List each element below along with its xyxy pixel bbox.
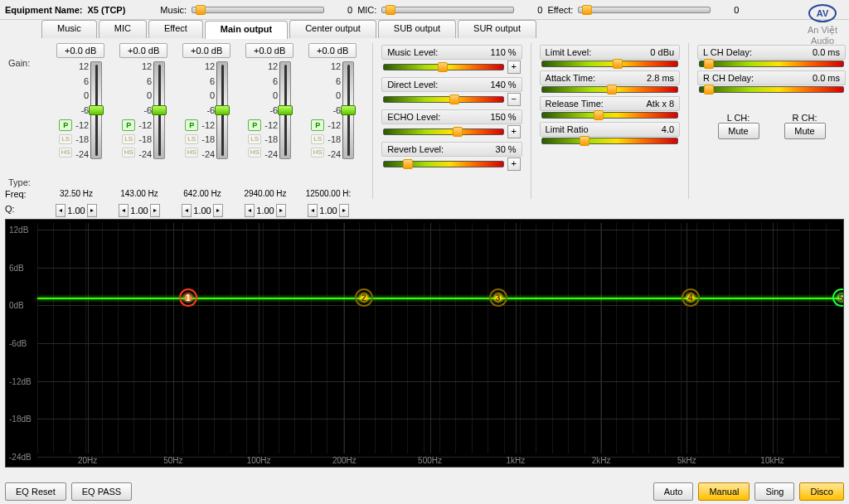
equipment-name-value: X5 (TCP) xyxy=(88,5,126,15)
gain-slider[interactable] xyxy=(153,61,165,159)
tab-mic[interactable]: MIC xyxy=(99,20,147,38)
param-slider[interactable] xyxy=(383,161,504,167)
param-slider[interactable] xyxy=(541,61,679,67)
gain-value[interactable]: +0.0 dB xyxy=(245,43,294,58)
eq-pass-button[interactable]: EQ PASS xyxy=(71,482,132,501)
q-inc-button[interactable]: ▸ xyxy=(213,204,223,217)
gain-slider[interactable] xyxy=(279,61,291,159)
param-slider[interactable] xyxy=(541,112,679,119)
gain-slider[interactable] xyxy=(216,61,228,159)
type-highshelf-button[interactable]: HS xyxy=(311,148,324,158)
param-slider[interactable] xyxy=(541,138,679,144)
param-slider[interactable] xyxy=(699,86,844,93)
type-lowshelf-button[interactable]: LS xyxy=(185,134,198,144)
gain-value[interactable]: +0.0 dB xyxy=(182,43,230,58)
r-ch-mute-button[interactable]: Mute xyxy=(784,123,826,139)
type-lowshelf-button[interactable]: LS xyxy=(59,134,72,144)
q-dec-button[interactable]: ◂ xyxy=(245,204,255,217)
svg-text:AV: AV xyxy=(817,8,829,18)
tab-sur-output[interactable]: SUR output xyxy=(458,20,536,38)
mode-disco-button[interactable]: Disco xyxy=(799,482,844,501)
l-ch-mute-button[interactable]: Mute xyxy=(718,123,759,139)
q-value[interactable]: 1.00 xyxy=(256,206,274,216)
gain-slider[interactable] xyxy=(342,61,354,159)
mic-label: MIC: xyxy=(357,5,376,15)
param-step-button[interactable]: + xyxy=(507,158,521,171)
effect-slider[interactable] xyxy=(578,7,711,13)
gain-value[interactable]: +0.0 dB xyxy=(308,43,357,58)
freq-value-4[interactable]: 2940.00 Hz xyxy=(234,189,297,199)
eq-reset-button[interactable]: EQ Reset xyxy=(5,482,66,501)
type-peak-button[interactable]: P xyxy=(248,119,261,131)
q-inc-button[interactable]: ▸ xyxy=(339,204,349,217)
q-inc-button[interactable]: ▸ xyxy=(276,204,286,217)
type-peak-button[interactable]: P xyxy=(311,119,324,131)
freq-value-2[interactable]: 143.00 Hz xyxy=(108,189,171,199)
freq-value-3[interactable]: 642.00 Hz xyxy=(171,189,234,199)
mode-manual-button[interactable]: Manual xyxy=(698,482,750,501)
eq-node-2[interactable]: 2 xyxy=(355,288,373,307)
tab-main-output[interactable]: Main output xyxy=(205,21,288,39)
q-cell-4: ◂1.00▸ xyxy=(234,204,297,217)
eq-graph[interactable]: 12dB6dB0dB-6dB-12dB-18dB-24dB20Hz50Hz100… xyxy=(5,219,844,468)
type-highshelf-button[interactable]: HS xyxy=(248,148,261,158)
y-tick-label: -18dB xyxy=(9,414,32,424)
param-step-button[interactable]: − xyxy=(507,93,521,106)
q-value[interactable]: 1.00 xyxy=(130,206,148,216)
eq-node-5[interactable]: 5 xyxy=(832,288,844,307)
type-peak-button[interactable]: P xyxy=(122,119,135,131)
music-slider[interactable] xyxy=(192,7,324,13)
param-name: Limit Ratio xyxy=(546,124,589,134)
gain-value[interactable]: +0.0 dB xyxy=(56,43,104,58)
param-slider[interactable] xyxy=(541,86,679,93)
q-cell-3: ◂1.00▸ xyxy=(171,204,234,217)
eq-node-1[interactable]: 1 xyxy=(179,288,197,307)
type-peak-button[interactable]: P xyxy=(185,119,198,131)
freq-value-1[interactable]: 32.50 Hz xyxy=(45,189,108,199)
q-dec-button[interactable]: ◂ xyxy=(56,204,65,217)
mic-slider[interactable] xyxy=(381,7,514,13)
gain-slider[interactable] xyxy=(90,61,102,159)
mode-auto-button[interactable]: Auto xyxy=(653,482,694,501)
type-peak-button[interactable]: P xyxy=(59,119,72,131)
type-highshelf-button[interactable]: HS xyxy=(185,148,198,158)
param-name: L CH Delay: xyxy=(703,47,752,57)
q-inc-button[interactable]: ▸ xyxy=(87,204,97,217)
gain-value[interactable]: +0.0 dB xyxy=(119,43,167,58)
tab-effect[interactable]: Effect xyxy=(148,20,203,38)
tab-center-output[interactable]: Center output xyxy=(289,20,376,38)
eq-node-4[interactable]: 4 xyxy=(682,288,700,307)
q-value[interactable]: 1.00 xyxy=(67,206,85,216)
param-value: 30 % xyxy=(496,144,517,154)
type-lowshelf-button[interactable]: LS xyxy=(248,134,261,144)
param-step-button[interactable]: + xyxy=(507,61,521,74)
eq-band-4: +0.0 dBPLSHS1260-6-12-18-24 xyxy=(238,43,301,199)
type-lowshelf-button[interactable]: LS xyxy=(311,134,324,144)
tab-sub-output[interactable]: SUB output xyxy=(378,20,456,38)
q-value[interactable]: 1.00 xyxy=(193,206,211,216)
param-slider[interactable] xyxy=(699,61,844,67)
param-row: L CH Delay:0.0 ms xyxy=(697,45,846,68)
q-value[interactable]: 1.00 xyxy=(319,206,337,216)
param-row: Direct Level:140 %− xyxy=(381,77,522,107)
freq-value-5[interactable]: 12500.00 H: xyxy=(297,189,360,199)
param-slider[interactable] xyxy=(383,64,504,70)
q-inc-button[interactable]: ▸ xyxy=(150,204,160,217)
delay-group: L CH Delay:0.0 msR CH Delay:0.0 msL CH:M… xyxy=(697,43,846,199)
param-step-button[interactable]: + xyxy=(507,125,521,138)
param-row: Limit Ratio4.0 xyxy=(540,122,681,145)
type-highshelf-button[interactable]: HS xyxy=(59,148,72,158)
level-group: Music Level:110 %+Direct Level:140 %−ECH… xyxy=(381,43,522,199)
q-dec-button[interactable]: ◂ xyxy=(182,204,192,217)
param-value: 140 % xyxy=(490,80,516,90)
x-tick-label: 5kHz xyxy=(677,456,696,465)
type-lowshelf-button[interactable]: LS xyxy=(122,134,135,144)
param-slider[interactable] xyxy=(383,96,504,103)
q-dec-button[interactable]: ◂ xyxy=(308,204,318,217)
mode-sing-button[interactable]: Sing xyxy=(754,482,794,501)
tab-music[interactable]: Music xyxy=(41,20,97,38)
type-highshelf-button[interactable]: HS xyxy=(122,148,135,158)
q-dec-button[interactable]: ◂ xyxy=(119,204,129,217)
eq-node-3[interactable]: 3 xyxy=(489,288,507,307)
param-slider[interactable] xyxy=(383,128,504,135)
